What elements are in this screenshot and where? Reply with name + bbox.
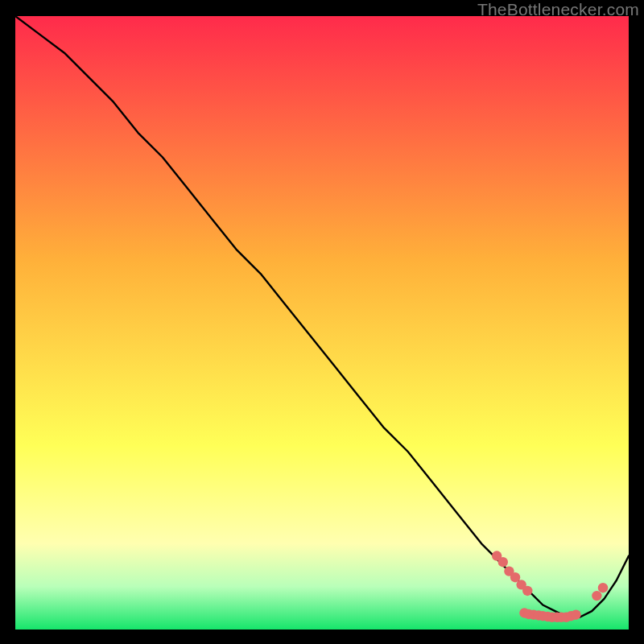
data-point-marker [498, 557, 508, 567]
data-point-marker [598, 583, 608, 592]
data-point-marker [522, 586, 532, 596]
data-point-marker [571, 610, 580, 620]
gradient-bg [15, 16, 629, 630]
chart-plot [15, 16, 629, 630]
chart-stage: TheBottlenecker.com [0, 0, 644, 644]
data-point-marker [592, 591, 601, 601]
